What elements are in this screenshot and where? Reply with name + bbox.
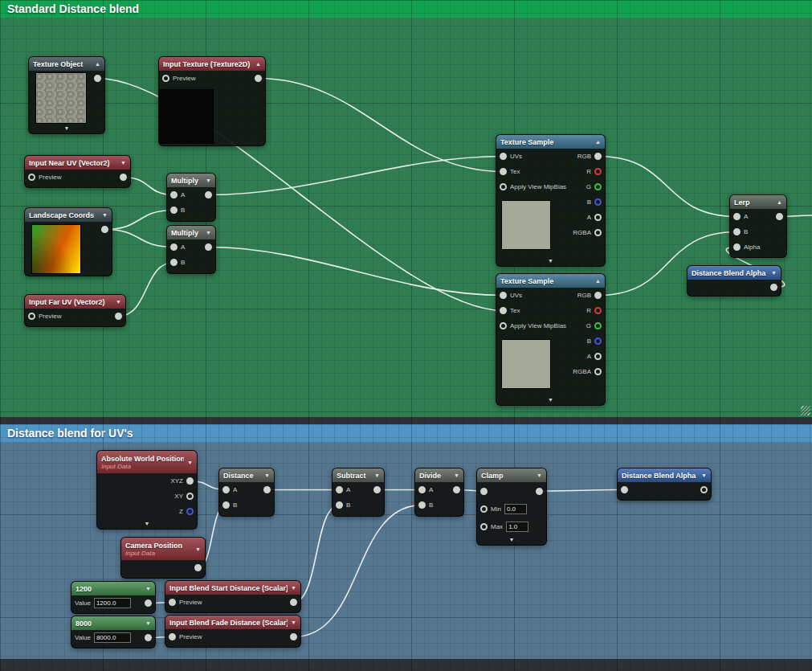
node-header[interactable]: Input Far UV (Vector2)▼ <box>25 295 125 309</box>
output-pin-b[interactable] <box>594 198 602 206</box>
input-pin-a[interactable] <box>418 486 426 493</box>
input-pin-in[interactable] <box>621 486 628 493</box>
input-pin-min[interactable] <box>480 505 488 513</box>
output-pin-out[interactable] <box>101 226 108 233</box>
output-pin-xy[interactable] <box>186 493 194 500</box>
output-pin-out[interactable] <box>263 486 271 493</box>
input-pin-a[interactable] <box>170 243 177 251</box>
collapse-icon[interactable]: ▲ <box>595 139 601 145</box>
expand-icon[interactable]: ▼ <box>145 586 151 591</box>
expand-icon[interactable]: ▼ <box>771 270 777 276</box>
expand-icon[interactable]: ▼ <box>454 473 459 478</box>
input-pin-uvs[interactable] <box>500 153 507 160</box>
value-input[interactable] <box>94 598 131 608</box>
node-const-1200[interactable]: 1200▼Value <box>71 581 156 614</box>
node-header[interactable]: Input Blend Fade Distance (Scalar)▼ <box>165 616 300 629</box>
node-header[interactable]: 8000▼ <box>71 616 155 630</box>
node-header[interactable]: Input Texture (Texture2D)▲ <box>159 57 265 71</box>
node-divide[interactable]: Divide▼AB <box>414 468 464 517</box>
input-pin-preview[interactable] <box>169 599 176 606</box>
expand-toggle-icon[interactable]: ▼ <box>496 395 605 405</box>
input-pin-preview[interactable] <box>169 633 176 640</box>
output-pin-out[interactable] <box>373 486 381 493</box>
node-header[interactable]: Input Blend Start Distance (Scalar)▼ <box>165 581 300 595</box>
input-pin-in[interactable] <box>480 488 488 495</box>
node-distance-blend-alpha-top[interactable]: Distance Blend Alpha▼ <box>687 265 781 297</box>
output-pin-z[interactable] <box>186 508 194 515</box>
node-header[interactable]: Texture Object▲ <box>29 57 104 71</box>
expand-icon[interactable]: ▼ <box>264 473 270 478</box>
node-header[interactable]: Texture Sample▲ <box>496 274 605 288</box>
output-pin-out[interactable] <box>255 75 262 82</box>
collapse-icon[interactable]: ▲ <box>95 61 100 67</box>
expand-toggle-icon[interactable]: ▼ <box>97 519 197 529</box>
node-const-8000[interactable]: 8000▼Value <box>71 616 156 648</box>
expand-icon[interactable]: ▼ <box>291 620 296 625</box>
output-pin-out[interactable] <box>145 599 152 607</box>
node-camera-position[interactable]: Camera PositionInput Data▼ <box>120 537 206 579</box>
node-multiply-2[interactable]: Multiply▼AB <box>166 225 216 274</box>
output-pin-out[interactable] <box>194 564 202 571</box>
collapse-icon[interactable]: ▲ <box>255 61 261 67</box>
input-pin-a[interactable] <box>222 486 230 493</box>
input-pin-b[interactable] <box>733 228 741 235</box>
node-input-near-uv[interactable]: Input Near UV (Vector2)▼Preview <box>24 155 131 188</box>
output-pin-g[interactable] <box>594 183 602 190</box>
output-pin-a[interactable] <box>594 353 602 360</box>
input-pin-a[interactable] <box>170 191 177 198</box>
expand-toggle-icon[interactable]: ▼ <box>496 256 605 266</box>
output-pin-out[interactable] <box>94 75 101 82</box>
output-pin-a[interactable] <box>594 214 602 221</box>
node-input-far-uv[interactable]: Input Far UV (Vector2)▼Preview <box>24 294 126 327</box>
input-pin-preview[interactable] <box>28 313 35 320</box>
output-pin-rgba[interactable] <box>594 368 602 375</box>
expand-toggle-icon[interactable]: ▼ <box>29 124 104 133</box>
expand-icon[interactable]: ▼ <box>120 160 126 166</box>
expand-icon[interactable]: ▼ <box>206 178 211 183</box>
output-pin-out[interactable] <box>145 634 152 641</box>
input-pin-b[interactable] <box>170 207 177 214</box>
node-header[interactable]: Input Near UV (Vector2)▼ <box>25 156 130 170</box>
node-header[interactable]: Texture Sample▲ <box>496 135 605 149</box>
node-distance[interactable]: Distance▼AB <box>218 468 275 517</box>
input-pin-tex[interactable] <box>500 168 507 175</box>
node-header[interactable]: Lerp▲ <box>730 195 786 209</box>
input-pin-b[interactable] <box>222 501 230 509</box>
output-pin-out[interactable] <box>205 191 212 198</box>
output-pin-g[interactable] <box>594 322 602 329</box>
node-input-blend-start-distance[interactable]: Input Blend Start Distance (Scalar)▼Prev… <box>165 580 301 613</box>
output-pin-out[interactable] <box>290 633 297 640</box>
output-pin-rgb[interactable] <box>594 153 602 160</box>
expand-icon[interactable]: ▼ <box>701 473 707 478</box>
input-pin-b[interactable] <box>418 501 426 509</box>
expand-icon[interactable]: ▼ <box>187 460 193 465</box>
output-pin-b[interactable] <box>594 338 602 345</box>
expand-icon[interactable]: ▼ <box>116 299 121 305</box>
node-header[interactable]: Multiply▼ <box>167 174 215 187</box>
input-pin-tex[interactable] <box>500 307 507 314</box>
output-pin-rgb[interactable] <box>594 292 602 299</box>
collapse-icon[interactable]: ▲ <box>595 278 601 284</box>
output-pin-out[interactable] <box>120 174 127 181</box>
output-pin-rgba[interactable] <box>594 229 602 236</box>
expand-icon[interactable]: ▼ <box>374 473 380 478</box>
node-header[interactable]: Clamp▼ <box>477 468 546 482</box>
input-pin-preview[interactable] <box>28 174 35 181</box>
node-header[interactable]: Distance Blend Alpha▼ <box>618 468 711 482</box>
node-subtract[interactable]: Subtract▼AB <box>332 468 385 517</box>
node-lerp[interactable]: Lerp▲ABAlpha <box>729 194 787 258</box>
output-pin-out[interactable] <box>776 213 783 220</box>
expand-icon[interactable]: ▼ <box>206 230 211 235</box>
output-pin-r[interactable] <box>594 168 602 175</box>
expand-icon[interactable]: ▼ <box>145 620 151 626</box>
input-pin-preview[interactable] <box>162 75 169 82</box>
node-header[interactable]: Landscape Coords▼ <box>25 208 112 222</box>
input-pin-mipbias[interactable] <box>500 322 507 329</box>
node-distance-blend-alpha-bottom[interactable]: Distance Blend Alpha▼ <box>617 468 712 501</box>
value-input[interactable] <box>506 522 528 532</box>
input-pin-b[interactable] <box>170 259 177 266</box>
node-header[interactable]: Camera PositionInput Data▼ <box>121 538 205 560</box>
node-header[interactable]: Absolute World PositionInput Data▼ <box>97 451 197 473</box>
input-pin-max[interactable] <box>480 523 488 530</box>
node-landscape-coords[interactable]: Landscape Coords▼ <box>24 207 112 276</box>
